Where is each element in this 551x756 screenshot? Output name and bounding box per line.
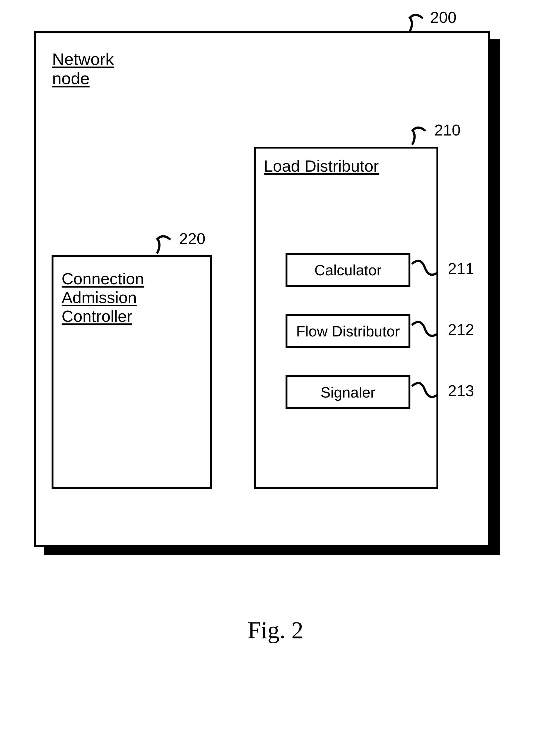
signaler-label: Signaler [321, 384, 375, 401]
hook-icon [410, 320, 442, 339]
flow-distributor-box: Flow Distributor [286, 314, 410, 348]
network-node-title-line2: node [52, 69, 90, 88]
load-distributor-box: Load Distributor Calculator Flow Distrib… [254, 147, 438, 489]
ref-212: 212 [448, 320, 474, 339]
hook-icon [410, 382, 442, 401]
ref-220: 220 [179, 230, 205, 248]
hook-icon [410, 259, 442, 278]
cac-title-line3: Controller [62, 307, 132, 325]
calculator-label: Calculator [314, 262, 382, 279]
calculator-box: Calculator [286, 253, 410, 287]
signaler-box: Signaler [286, 375, 410, 409]
hook-icon [399, 11, 432, 33]
network-node-title: Network node [52, 49, 114, 88]
figure-caption: Fig. 2 [0, 617, 551, 644]
hook-icon [146, 232, 179, 254]
load-distributor-title: Load Distributor [264, 157, 379, 175]
connection-admission-controller-box: Connection Admission Controller [52, 255, 212, 489]
network-node-title-line1: Network [52, 50, 114, 68]
cac-title-line1: Connection [62, 270, 144, 288]
ref-210: 210 [434, 121, 461, 139]
cac-title-line2: Admission [62, 288, 137, 307]
ref-200: 200 [430, 8, 457, 26]
ref-211: 211 [448, 259, 474, 278]
flow-distributor-label: Flow Distributor [296, 323, 400, 340]
ref-213: 213 [448, 382, 474, 400]
hook-icon [402, 123, 434, 145]
cac-title: Connection Admission Controller [62, 269, 144, 326]
